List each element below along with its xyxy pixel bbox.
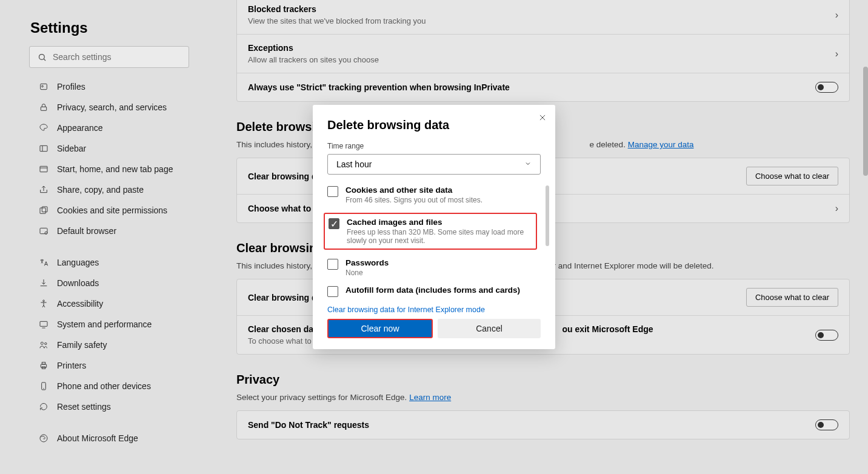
time-range-select[interactable]: Last hour: [327, 154, 541, 175]
dialog-options: Cookies and other site dataFrom 46 sites…: [313, 185, 555, 297]
option-row-1[interactable]: ✓Cached images and filesFrees up less th…: [324, 213, 537, 250]
chevron-down-icon: [524, 159, 532, 169]
close-icon[interactable]: [538, 113, 547, 124]
option-sub: None: [346, 269, 389, 277]
option-checkbox[interactable]: [327, 286, 338, 297]
cancel-button[interactable]: Cancel: [438, 319, 541, 338]
option-title: Autofill form data (includes forms and c…: [346, 285, 520, 295]
select-value: Last hour: [336, 159, 372, 169]
option-checkbox[interactable]: ✓: [329, 218, 339, 229]
option-title: Cached images and files: [347, 218, 530, 227]
option-sub: Frees up less than 320 MB. Some sites ma…: [347, 228, 530, 245]
clear-ie-mode-link[interactable]: Clear browsing data for Internet Explore…: [313, 305, 555, 314]
option-row-3[interactable]: Autofill form data (includes forms and c…: [327, 285, 541, 297]
option-sub: From 46 sites. Signs you out of most sit…: [346, 196, 482, 204]
options-scrollbar[interactable]: [546, 185, 549, 246]
dialog-title: Delete browsing data: [313, 118, 555, 132]
clear-now-button[interactable]: Clear now: [327, 319, 433, 338]
option-title: Passwords: [346, 258, 389, 267]
option-checkbox[interactable]: [327, 259, 338, 270]
option-title: Cookies and other site data: [346, 185, 482, 195]
option-checkbox[interactable]: [327, 186, 338, 197]
option-row-0[interactable]: Cookies and other site dataFrom 46 sites…: [327, 185, 541, 204]
delete-browsing-data-dialog: Delete browsing data Time range Last hou…: [313, 105, 555, 349]
dialog-buttons: Clear now Cancel: [313, 319, 555, 338]
option-row-2[interactable]: PasswordsNone: [327, 258, 541, 277]
time-range-label: Time range: [313, 142, 555, 150]
